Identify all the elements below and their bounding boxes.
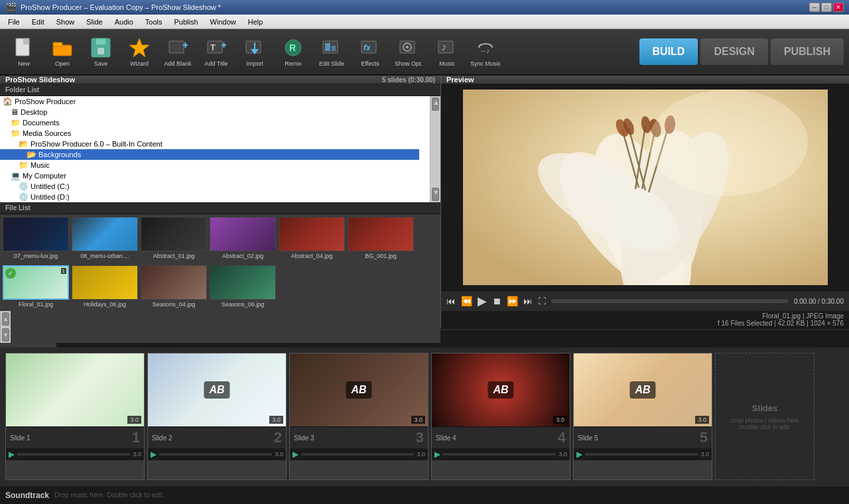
file-thumb-Abstract_04_jpg[interactable]: Abstract_04.jpg: [279, 217, 345, 260]
add-title-icon: T: [204, 36, 228, 60]
menu-item-publish[interactable]: Publish: [169, 15, 204, 29]
folder-item-my-computer[interactable]: 💻My Computer: [0, 170, 419, 181]
file-thumb-label: Abstract_04.jpg: [279, 253, 345, 259]
preview-progress-bar[interactable]: [551, 299, 789, 303]
bottom-section: Slide List Timeline 3.0Slide 11▶3.0AB3.0…: [0, 330, 849, 504]
slide-controls-slide3: ▶3.0: [290, 448, 428, 460]
slide-play-btn-slide1[interactable]: ▶: [9, 450, 15, 459]
menu-item-tools[interactable]: Tools: [140, 15, 168, 29]
prev-fullscreen-button[interactable]: ⛶: [538, 296, 546, 306]
publish-button[interactable]: PUBLISH: [771, 38, 844, 65]
new-button[interactable]: New: [5, 31, 42, 72]
file-thumb-label: Seasons_06.jpg: [210, 301, 276, 308]
slides-info: 5 slides (0:30.00): [382, 76, 435, 84]
file-thumb-Abstract_01_jpg[interactable]: Abstract_01.jpg: [141, 217, 207, 260]
wizard-button[interactable]: Wizard: [121, 31, 158, 72]
folder-item-proshow-producer[interactable]: 🏠ProShow Producer: [0, 96, 419, 107]
folder-item-untitled-d[interactable]: 💿Untitled (D:): [0, 192, 419, 202]
save-button[interactable]: Save: [82, 31, 119, 72]
minimize-button[interactable]: ─: [809, 3, 820, 12]
slide-empty-label: Slides: [752, 403, 777, 413]
prev-end-button[interactable]: ⏭: [523, 296, 533, 306]
folder-item-documents[interactable]: 📁Documents: [0, 117, 419, 128]
menu-item-audio[interactable]: Audio: [109, 15, 139, 29]
file-thumb-label: Abstract_02.jpg: [210, 253, 276, 259]
mode-buttons: BUILD DESIGN PUBLISH: [639, 38, 844, 65]
soundtrack-label: Soundtrack: [5, 491, 49, 500]
menu-item-slide[interactable]: Slide: [81, 15, 107, 29]
slide-ab-badge-slide3: AB: [346, 381, 371, 399]
folder-scroll-down[interactable]: ▼: [432, 188, 439, 201]
svg-rect-9: [169, 41, 184, 53]
menu-item-help[interactable]: Help: [243, 15, 269, 29]
file-thumb-label: 08_menu-urban....: [72, 253, 138, 259]
folder-scrollbar[interactable]: ▲ ▼: [430, 96, 440, 202]
file-thumb-07_menu-lux_jpg[interactable]: 07_menu-lux.jpg: [3, 217, 69, 260]
design-button[interactable]: DESIGN: [700, 38, 767, 65]
slide-progress-slide3: [301, 453, 414, 456]
prev-start-button[interactable]: ⏮: [446, 296, 456, 306]
add-title-button[interactable]: T Add Title: [198, 31, 235, 72]
file-thumb-BG_001_jpg[interactable]: BG_001.jpg: [348, 217, 414, 260]
prev-stop-button[interactable]: ⏹: [492, 296, 501, 306]
folder-content[interactable]: 🏠ProShow Producer🖥Desktop📁Documents📁Medi…: [0, 96, 430, 202]
folder-item-music[interactable]: 📁Music: [0, 160, 419, 170]
effects-button[interactable]: fx Effects: [352, 31, 389, 72]
build-button[interactable]: BUILD: [639, 38, 698, 65]
svg-point-28: [406, 46, 409, 48]
new-label: New: [18, 61, 30, 68]
preview-area: [441, 84, 849, 290]
folder-item-desktop[interactable]: 🖥Desktop: [0, 107, 419, 117]
folder-icon-backgrounds: 📂: [27, 150, 36, 159]
folder-scroll-up[interactable]: ▲: [432, 97, 439, 111]
prev-prev-button[interactable]: ⏪: [461, 296, 472, 306]
save-icon: [89, 36, 113, 60]
file-scrollbar[interactable]: ▲ ▼: [0, 311, 11, 343]
slide-controls-slide4: ▶3.0: [432, 448, 570, 460]
slide-play-btn-slide3[interactable]: ▶: [293, 450, 298, 459]
menu-item-edit[interactable]: Edit: [27, 15, 50, 29]
folder-icon-media-sources: 📁: [11, 129, 21, 138]
slide-dur-slide1: 3.0: [133, 451, 141, 458]
edit-slide-button[interactable]: Edit Slide: [313, 31, 350, 72]
show-opt-button[interactable]: Show Opt.: [390, 31, 427, 72]
file-thumb-Seasons_06_jpg[interactable]: Seasons_06.jpg: [210, 265, 276, 308]
close-button[interactable]: ✕: [833, 3, 844, 12]
slide-play-btn-slide4[interactable]: ▶: [434, 450, 440, 459]
file-thumb-Floral_01_jpg[interactable]: ✓1Floral_01.jpg: [3, 265, 69, 308]
prev-next-button[interactable]: ⏩: [507, 296, 518, 306]
menu-item-file[interactable]: File: [3, 15, 25, 29]
slide-play-btn-slide2[interactable]: ▶: [151, 450, 157, 459]
menu-item-show[interactable]: Show: [51, 15, 80, 29]
folder-item-untitled-c[interactable]: 💿Untitled (C:): [0, 181, 419, 192]
remix-label: Remix: [285, 61, 302, 68]
file-thumb-Holidays_06_jpg[interactable]: Holidays_06.jpg: [72, 265, 138, 308]
file-thumb-Abstract_02_jpg[interactable]: Abstract_02.jpg: [210, 217, 276, 260]
file-scroll-up[interactable]: ▲: [2, 312, 9, 326]
menu-item-window[interactable]: Window: [205, 15, 241, 29]
slide-item-slide4[interactable]: AB3.0Slide 44▶3.0: [431, 353, 570, 480]
music-button[interactable]: ♪ Music: [428, 31, 466, 72]
add-blank-button[interactable]: Add Blank: [159, 31, 196, 72]
slide-empty-hint: Drop photos / videos hereDouble click to…: [730, 417, 799, 430]
file-scroll-down[interactable]: ▼: [2, 328, 9, 342]
sync-music-button[interactable]: ↔♪ Sync Music: [467, 31, 504, 72]
slide-play-btn-slide5[interactable]: ▶: [576, 450, 582, 459]
prev-play-button[interactable]: ▶: [478, 294, 487, 308]
slide-item-slide1[interactable]: 3.0Slide 11▶3.0: [5, 353, 145, 480]
slide-empty-slot[interactable]: SlidesDrop photos / videos hereDouble cl…: [715, 353, 815, 480]
folder-item-media-sources[interactable]: 📁Media Sources: [0, 128, 419, 139]
remix-button[interactable]: R Remix: [275, 31, 312, 72]
folder-item-backgrounds[interactable]: 📂Backgrounds: [0, 149, 419, 160]
slide-progress-slide4: [443, 453, 556, 456]
folder-item-proshow-builtin[interactable]: 📂ProShow Producer 6.0 – Built-In Content: [0, 139, 419, 149]
slide-item-slide3[interactable]: AB3.0Slide 33▶3.0: [289, 353, 428, 480]
slide-thumb-slide5: AB3.0: [574, 353, 712, 426]
file-thumb-Seasons_04_jpg[interactable]: Seasons_04.jpg: [141, 265, 207, 308]
open-button[interactable]: Open: [44, 31, 81, 72]
file-thumb-08_menu-urban____[interactable]: 08_menu-urban....: [72, 217, 138, 260]
slide-item-slide2[interactable]: AB3.0Slide 22▶3.0: [147, 353, 287, 480]
maximize-button[interactable]: □: [821, 3, 832, 12]
import-button[interactable]: Import: [236, 31, 273, 72]
slide-item-slide5[interactable]: AB3.0Slide 55▶3.0: [573, 353, 712, 480]
